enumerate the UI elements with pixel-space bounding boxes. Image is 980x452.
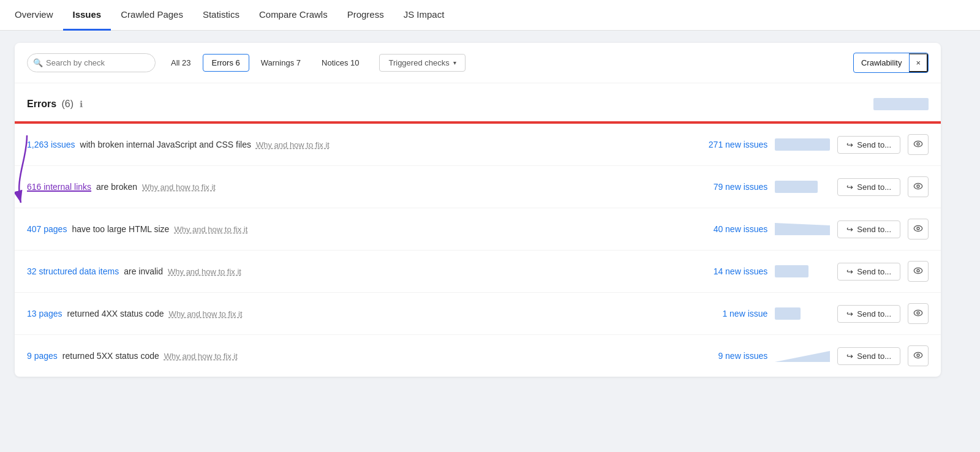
send-icon: ↪ [846, 267, 853, 276]
issue-main: 9 pages returned 5XX status code Why and… [27, 351, 687, 361]
send-label: Send to... [857, 140, 891, 149]
svg-rect-1 [775, 138, 830, 151]
fix-link[interactable]: Why and how to fix it [256, 140, 330, 149]
send-label: Send to... [857, 352, 891, 361]
filter-bar: 🔍 All 23 Errors 6 Warnings 7 Notices 10 … [15, 43, 941, 83]
search-icon: 🔍 [33, 58, 43, 67]
issue-chart [775, 176, 830, 198]
nav-progress[interactable]: Progress [337, 0, 394, 31]
issues-card: 🔍 All 23 Errors 6 Warnings 7 Notices 10 … [15, 43, 941, 377]
send-icon: ↪ [846, 225, 853, 234]
tab-warnings[interactable]: Warnings 7 [252, 54, 310, 72]
issue-row: 1,263 issues with broken internal JavaSc… [15, 124, 941, 166]
triggered-checks-button[interactable]: Triggered checks ▾ [379, 54, 465, 72]
svg-point-16 [917, 312, 919, 314]
triggered-checks-label: Triggered checks [388, 58, 449, 67]
nav-statistics[interactable]: Statistics [193, 0, 249, 31]
issue-description: are broken [96, 182, 137, 192]
eye-button[interactable] [908, 261, 929, 282]
svg-rect-5 [775, 181, 818, 193]
issue-link[interactable]: 13 pages [27, 309, 62, 318]
send-to-button[interactable]: ↪ Send to... [837, 136, 900, 154]
send-to-button[interactable]: ↪ Send to... [837, 347, 900, 365]
issue-main: 407 pages have too large HTML size Why a… [27, 224, 687, 234]
eye-button[interactable] [908, 176, 929, 197]
issues-list: 1,263 issues with broken internal JavaSc… [15, 124, 941, 377]
new-issues-count: 271 new issues [694, 140, 767, 149]
svg-point-7 [917, 185, 919, 187]
issue-row: 616 internal links are broken Why and ho… [15, 166, 941, 208]
issue-main: 616 internal links are broken Why and ho… [27, 182, 687, 192]
svg-point-13 [917, 269, 919, 272]
svg-point-6 [914, 183, 922, 189]
send-icon: ↪ [846, 352, 853, 361]
tab-errors[interactable]: Errors 6 [203, 54, 249, 72]
svg-point-18 [914, 352, 922, 358]
issue-link[interactable]: 407 pages [27, 224, 67, 234]
issue-chart [775, 303, 830, 325]
top-navigation: Overview Issues Crawled Pages Statistics… [0, 0, 980, 31]
send-label: Send to... [857, 183, 891, 192]
issue-main: 32 structured data items are invalid Why… [27, 266, 687, 276]
eye-button[interactable] [908, 219, 929, 239]
nav-crawled-pages[interactable]: Crawled Pages [111, 0, 193, 31]
eye-icon [913, 266, 923, 277]
issue-row: 13 pages returned 4XX status code Why an… [15, 293, 941, 335]
eye-icon [913, 181, 923, 193]
new-issues-count: 79 new issues [694, 182, 767, 192]
issue-link[interactable]: 9 pages [27, 351, 58, 361]
eye-button[interactable] [908, 303, 929, 324]
crawlability-close-button[interactable]: × [909, 53, 928, 72]
nav-issues[interactable]: Issues [63, 0, 111, 31]
svg-point-2 [914, 141, 922, 146]
issue-main: 1,263 issues with broken internal JavaSc… [27, 140, 687, 149]
svg-point-12 [914, 268, 922, 273]
send-to-button[interactable]: ↪ Send to... [837, 263, 900, 281]
fix-link[interactable]: Why and how to fix it [142, 183, 216, 192]
eye-button[interactable] [908, 345, 929, 366]
issue-chart [775, 260, 830, 282]
send-label: Send to... [857, 309, 891, 318]
send-to-button[interactable]: ↪ Send to... [837, 305, 900, 323]
issue-description: returned 5XX status code [62, 351, 159, 361]
issue-row: 32 structured data items are invalid Why… [15, 250, 941, 293]
svg-rect-14 [775, 307, 801, 320]
send-label: Send to... [857, 267, 891, 276]
fix-link[interactable]: Why and how to fix it [168, 267, 241, 276]
send-to-button[interactable]: ↪ Send to... [837, 220, 900, 238]
chevron-down-icon: ▾ [453, 59, 456, 66]
new-issues-count: 14 new issues [694, 266, 767, 276]
issue-link[interactable]: 616 internal links [27, 182, 91, 192]
nav-overview[interactable]: Overview [15, 0, 63, 31]
info-icon[interactable]: ℹ [80, 99, 83, 109]
send-to-button[interactable]: ↪ Send to... [837, 178, 900, 196]
eye-button[interactable] [908, 134, 929, 155]
send-label: Send to... [857, 225, 891, 234]
crawlability-filter: Crawlability × [853, 53, 929, 73]
filter-tabs: All 23 Errors 6 Warnings 7 Notices 10 [162, 54, 368, 72]
issue-link[interactable]: 1,263 issues [27, 140, 75, 149]
svg-point-15 [914, 310, 922, 315]
issue-chart [775, 218, 830, 240]
issue-link[interactable]: 32 structured data items [27, 266, 119, 276]
tab-all[interactable]: All 23 [162, 54, 200, 72]
crawlability-label: Crawlability [854, 55, 909, 71]
fix-link[interactable]: Why and how to fix it [164, 352, 238, 361]
eye-icon [913, 139, 923, 151]
issue-main: 13 pages returned 4XX status code Why an… [27, 309, 687, 318]
main-content: 🔍 All 23 Errors 6 Warnings 7 Notices 10 … [0, 31, 956, 389]
send-icon: ↪ [846, 183, 853, 192]
fix-link[interactable]: Why and how to fix it [174, 225, 247, 234]
nav-js-impact[interactable]: JS Impact [394, 0, 454, 31]
send-icon: ↪ [846, 309, 853, 318]
new-issues-count: 40 new issues [694, 224, 767, 234]
fix-link[interactable]: Why and how to fix it [169, 309, 243, 318]
tab-notices[interactable]: Notices 10 [312, 54, 368, 72]
issue-description: have too large HTML size [72, 224, 169, 234]
errors-bar-chart [873, 93, 929, 115]
search-input[interactable] [27, 53, 156, 72]
issue-row: 407 pages have too large HTML size Why a… [15, 208, 941, 250]
nav-compare-crawls[interactable]: Compare Crawls [249, 0, 337, 31]
svg-point-10 [917, 227, 919, 230]
svg-rect-0 [873, 98, 929, 110]
